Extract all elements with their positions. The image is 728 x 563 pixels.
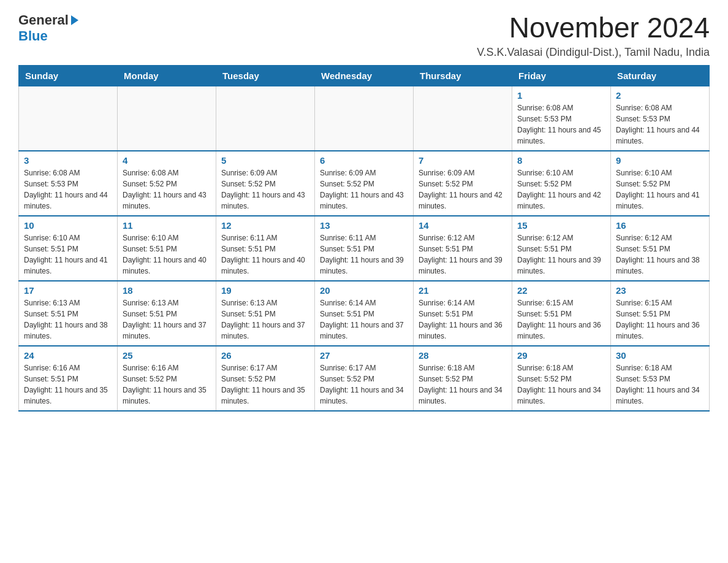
calendar-cell: 12Sunrise: 6:11 AMSunset: 5:51 PMDayligh… (216, 216, 315, 281)
day-number: 23 (616, 285, 704, 296)
calendar-cell: 20Sunrise: 6:14 AMSunset: 5:51 PMDayligh… (315, 281, 414, 346)
calendar-cell: 26Sunrise: 6:17 AMSunset: 5:52 PMDayligh… (216, 346, 315, 411)
calendar-cell: 21Sunrise: 6:14 AMSunset: 5:51 PMDayligh… (414, 281, 512, 346)
day-info: Sunrise: 6:10 AMSunset: 5:51 PMDaylight:… (24, 232, 112, 277)
calendar-cell: 16Sunrise: 6:12 AMSunset: 5:51 PMDayligh… (611, 216, 710, 281)
day-headers-row: SundayMondayTuesdayWednesdayThursdayFrid… (19, 65, 710, 86)
day-info: Sunrise: 6:18 AMSunset: 5:52 PMDaylight:… (419, 362, 507, 407)
day-number: 14 (419, 220, 507, 231)
day-info: Sunrise: 6:16 AMSunset: 5:52 PMDaylight:… (123, 362, 211, 407)
day-info: Sunrise: 6:08 AMSunset: 5:53 PMDaylight:… (616, 102, 704, 147)
day-info: Sunrise: 6:17 AMSunset: 5:52 PMDaylight:… (320, 362, 408, 407)
calendar-cell: 28Sunrise: 6:18 AMSunset: 5:52 PMDayligh… (414, 346, 512, 411)
day-number: 28 (419, 350, 507, 361)
day-number: 19 (221, 285, 309, 296)
day-info: Sunrise: 6:11 AMSunset: 5:51 PMDaylight:… (320, 232, 408, 277)
day-info: Sunrise: 6:18 AMSunset: 5:53 PMDaylight:… (616, 362, 704, 407)
calendar-cell: 8Sunrise: 6:10 AMSunset: 5:52 PMDaylight… (512, 151, 611, 216)
calendar-cell: 6Sunrise: 6:09 AMSunset: 5:52 PMDaylight… (315, 151, 414, 216)
calendar-cell: 1Sunrise: 6:08 AMSunset: 5:53 PMDaylight… (512, 86, 611, 151)
day-number: 22 (517, 285, 605, 296)
week-row-3: 10Sunrise: 6:10 AMSunset: 5:51 PMDayligh… (19, 216, 710, 281)
day-info: Sunrise: 6:08 AMSunset: 5:52 PMDaylight:… (123, 167, 211, 212)
calendar-cell (19, 86, 118, 151)
day-number: 26 (221, 350, 309, 361)
day-number: 12 (221, 220, 309, 231)
day-info: Sunrise: 6:13 AMSunset: 5:51 PMDaylight:… (123, 297, 211, 342)
day-number: 20 (320, 285, 408, 296)
calendar-cell: 3Sunrise: 6:08 AMSunset: 5:53 PMDaylight… (19, 151, 118, 216)
day-info: Sunrise: 6:09 AMSunset: 5:52 PMDaylight:… (320, 167, 408, 212)
day-number: 16 (616, 220, 704, 231)
day-info: Sunrise: 6:08 AMSunset: 5:53 PMDaylight:… (24, 167, 112, 212)
day-number: 4 (123, 155, 211, 166)
day-header-saturday: Saturday (611, 65, 710, 86)
calendar-cell: 13Sunrise: 6:11 AMSunset: 5:51 PMDayligh… (315, 216, 414, 281)
calendar-cell: 14Sunrise: 6:12 AMSunset: 5:51 PMDayligh… (414, 216, 512, 281)
day-info: Sunrise: 6:10 AMSunset: 5:51 PMDaylight:… (123, 232, 211, 277)
day-info: Sunrise: 6:12 AMSunset: 5:51 PMDaylight:… (517, 232, 605, 277)
week-row-5: 24Sunrise: 6:16 AMSunset: 5:51 PMDayligh… (19, 346, 710, 411)
day-number: 15 (517, 220, 605, 231)
calendar-cell: 10Sunrise: 6:10 AMSunset: 5:51 PMDayligh… (19, 216, 118, 281)
day-number: 29 (517, 350, 605, 361)
month-title: November 2024 (477, 12, 710, 44)
day-info: Sunrise: 6:09 AMSunset: 5:52 PMDaylight:… (221, 167, 309, 212)
day-info: Sunrise: 6:15 AMSunset: 5:51 PMDaylight:… (517, 297, 605, 342)
calendar-cell: 11Sunrise: 6:10 AMSunset: 5:51 PMDayligh… (118, 216, 216, 281)
calendar-cell: 15Sunrise: 6:12 AMSunset: 5:51 PMDayligh… (512, 216, 611, 281)
day-number: 8 (517, 155, 605, 166)
day-info: Sunrise: 6:14 AMSunset: 5:51 PMDaylight:… (320, 297, 408, 342)
calendar-cell: 18Sunrise: 6:13 AMSunset: 5:51 PMDayligh… (118, 281, 216, 346)
day-info: Sunrise: 6:16 AMSunset: 5:51 PMDaylight:… (24, 362, 112, 407)
day-number: 5 (221, 155, 309, 166)
day-number: 27 (320, 350, 408, 361)
day-info: Sunrise: 6:18 AMSunset: 5:52 PMDaylight:… (517, 362, 605, 407)
day-info: Sunrise: 6:10 AMSunset: 5:52 PMDaylight:… (517, 167, 605, 212)
day-info: Sunrise: 6:14 AMSunset: 5:51 PMDaylight:… (419, 297, 507, 342)
day-number: 24 (24, 350, 112, 361)
calendar-cell: 19Sunrise: 6:13 AMSunset: 5:51 PMDayligh… (216, 281, 315, 346)
day-info: Sunrise: 6:10 AMSunset: 5:52 PMDaylight:… (616, 167, 704, 212)
day-number: 3 (24, 155, 112, 166)
calendar-cell: 2Sunrise: 6:08 AMSunset: 5:53 PMDaylight… (611, 86, 710, 151)
day-info: Sunrise: 6:15 AMSunset: 5:51 PMDaylight:… (616, 297, 704, 342)
day-number: 2 (616, 90, 704, 101)
day-info: Sunrise: 6:08 AMSunset: 5:53 PMDaylight:… (517, 102, 605, 147)
calendar-cell (118, 86, 216, 151)
week-row-1: 1Sunrise: 6:08 AMSunset: 5:53 PMDaylight… (19, 86, 710, 151)
calendar-cell: 29Sunrise: 6:18 AMSunset: 5:52 PMDayligh… (512, 346, 611, 411)
day-header-friday: Friday (512, 65, 611, 86)
day-number: 6 (320, 155, 408, 166)
logo-blue-text: Blue (18, 28, 48, 44)
calendar-header: SundayMondayTuesdayWednesdayThursdayFrid… (19, 65, 710, 86)
title-area: November 2024 V.S.K.Valasai (Dindigul-Di… (477, 12, 710, 59)
logo: General Blue (18, 12, 78, 44)
calendar-cell: 5Sunrise: 6:09 AMSunset: 5:52 PMDaylight… (216, 151, 315, 216)
day-number: 1 (517, 90, 605, 101)
day-info: Sunrise: 6:09 AMSunset: 5:52 PMDaylight:… (419, 167, 507, 212)
calendar-cell: 27Sunrise: 6:17 AMSunset: 5:52 PMDayligh… (315, 346, 414, 411)
day-number: 25 (123, 350, 211, 361)
page-header: General Blue November 2024 V.S.K.Valasai… (18, 12, 710, 59)
day-number: 30 (616, 350, 704, 361)
calendar-cell (315, 86, 414, 151)
day-number: 9 (616, 155, 704, 166)
calendar-cell (216, 86, 315, 151)
day-number: 17 (24, 285, 112, 296)
calendar-cell: 17Sunrise: 6:13 AMSunset: 5:51 PMDayligh… (19, 281, 118, 346)
logo-general-text: General (18, 12, 69, 28)
day-header-tuesday: Tuesday (216, 65, 315, 86)
calendar-table: SundayMondayTuesdayWednesdayThursdayFrid… (18, 65, 710, 412)
day-info: Sunrise: 6:12 AMSunset: 5:51 PMDaylight:… (616, 232, 704, 277)
day-info: Sunrise: 6:12 AMSunset: 5:51 PMDaylight:… (419, 232, 507, 277)
calendar-cell: 9Sunrise: 6:10 AMSunset: 5:52 PMDaylight… (611, 151, 710, 216)
calendar-cell: 22Sunrise: 6:15 AMSunset: 5:51 PMDayligh… (512, 281, 611, 346)
calendar-cell (414, 86, 512, 151)
calendar-cell: 30Sunrise: 6:18 AMSunset: 5:53 PMDayligh… (611, 346, 710, 411)
day-number: 13 (320, 220, 408, 231)
calendar-cell: 23Sunrise: 6:15 AMSunset: 5:51 PMDayligh… (611, 281, 710, 346)
week-row-2: 3Sunrise: 6:08 AMSunset: 5:53 PMDaylight… (19, 151, 710, 216)
day-header-thursday: Thursday (414, 65, 512, 86)
day-header-sunday: Sunday (19, 65, 118, 86)
